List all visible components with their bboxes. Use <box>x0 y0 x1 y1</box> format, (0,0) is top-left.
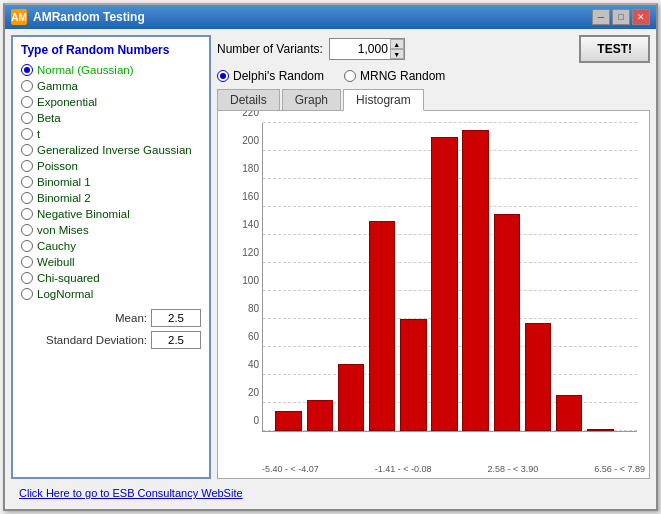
dist-negbinom[interactable]: Negative Binomial <box>21 207 201 221</box>
spin-down-button[interactable]: ▼ <box>390 49 404 59</box>
mean-row: Mean: <box>21 309 201 327</box>
radio-poisson-indicator <box>21 160 33 172</box>
rng-radio-row: Delphi's Random MRNG Random <box>217 69 650 83</box>
y-axis-label: 120 <box>242 247 259 258</box>
top-controls: Number of Variants: ▲ ▼ TEST! <box>217 35 650 63</box>
dist-cauchy[interactable]: Cauchy <box>21 239 201 253</box>
histogram-bar <box>556 395 582 431</box>
x-axis-labels: -5.40 - < -4.07-1.41 - < -0.082.58 - < 3… <box>222 462 645 474</box>
dist-weibull[interactable]: Weibull <box>21 255 201 269</box>
chart-inner: 020406080100120140160180200220 <box>262 123 637 432</box>
minimize-button[interactable]: ─ <box>592 9 610 25</box>
std-label: Standard Deviation: <box>46 334 147 346</box>
rng-mrng-option[interactable]: MRNG Random <box>344 69 445 83</box>
dist-t[interactable]: t <box>21 127 201 141</box>
footer-link[interactable]: Click Here to go to ESB Consultancy WebS… <box>11 483 650 503</box>
y-axis-label: 100 <box>242 275 259 286</box>
radio-binomial2-indicator <box>21 192 33 204</box>
radio-negbinom-indicator <box>21 208 33 220</box>
dist-chisquared[interactable]: Chi-squared <box>21 271 201 285</box>
dist-gig-label: Generalized Inverse Gaussian <box>37 144 192 156</box>
main-window: AM AMRandom Testing ─ □ ✕ Type of Random… <box>3 3 658 511</box>
histogram-bar <box>338 364 364 431</box>
maximize-button[interactable]: □ <box>612 9 630 25</box>
radio-cauchy-indicator <box>21 240 33 252</box>
y-axis-label: 200 <box>242 135 259 146</box>
std-input[interactable] <box>151 331 201 349</box>
dist-poisson[interactable]: Poisson <box>21 159 201 173</box>
tab-graph[interactable]: Graph <box>282 89 341 111</box>
x-axis-label: 6.56 - < 7.89 <box>594 464 645 474</box>
x-axis-label: -1.41 - < -0.08 <box>375 464 432 474</box>
rng-mrng-label: MRNG Random <box>360 69 445 83</box>
radio-beta-indicator <box>21 112 33 124</box>
y-axis-label: 160 <box>242 191 259 202</box>
tab-bar: Details Graph Histogram <box>217 89 650 111</box>
radio-lognormal-indicator <box>21 288 33 300</box>
radio-binomial1-indicator <box>21 176 33 188</box>
mean-input[interactable] <box>151 309 201 327</box>
histogram-area: 020406080100120140160180200220 -5.40 - <… <box>222 115 645 474</box>
tabs-container: Details Graph Histogram 0204060801001201… <box>217 89 650 479</box>
y-axis-label: 60 <box>248 331 259 342</box>
titlebar-title-group: AM AMRandom Testing <box>11 9 145 25</box>
spin-up-button[interactable]: ▲ <box>390 39 404 49</box>
dist-lognormal[interactable]: LogNormal <box>21 287 201 301</box>
dist-normal[interactable]: Normal (Gaussian) <box>21 63 201 77</box>
titlebar: AM AMRandom Testing ─ □ ✕ <box>5 5 656 29</box>
dist-exponential[interactable]: Exponential <box>21 95 201 109</box>
main-content: Type of Random Numbers Normal (Gaussian)… <box>5 29 656 509</box>
dist-cauchy-label: Cauchy <box>37 240 76 252</box>
dist-t-label: t <box>37 128 40 140</box>
test-button[interactable]: TEST! <box>579 35 650 63</box>
radio-chisquared-indicator <box>21 272 33 284</box>
dist-gamma[interactable]: Gamma <box>21 79 201 93</box>
radio-gamma-indicator <box>21 80 33 92</box>
tab-content: 020406080100120140160180200220 -5.40 - <… <box>217 110 650 479</box>
left-panel: Type of Random Numbers Normal (Gaussian)… <box>11 35 211 479</box>
grid-line: 220 <box>263 122 637 123</box>
rng-delphi-option[interactable]: Delphi's Random <box>217 69 324 83</box>
radio-weibull-indicator <box>21 256 33 268</box>
std-row: Standard Deviation: <box>21 331 201 349</box>
tab-details[interactable]: Details <box>217 89 280 111</box>
variants-input[interactable] <box>330 39 390 59</box>
panel-title: Type of Random Numbers <box>21 43 201 57</box>
variants-row: Number of Variants: ▲ ▼ <box>217 38 405 60</box>
y-axis-label: 0 <box>253 415 259 426</box>
y-axis-label: 180 <box>242 163 259 174</box>
tab-histogram[interactable]: Histogram <box>343 89 424 111</box>
histogram-bar <box>275 411 301 431</box>
y-axis-label: 40 <box>248 359 259 370</box>
y-axis-label: 220 <box>242 110 259 118</box>
dist-vonmises[interactable]: von Mises <box>21 223 201 237</box>
dist-exponential-label: Exponential <box>37 96 97 108</box>
dist-binomial1[interactable]: Binomial 1 <box>21 175 201 189</box>
histogram-bar <box>307 400 333 431</box>
histogram-bar <box>369 221 395 431</box>
dist-negbinom-label: Negative Binomial <box>37 208 130 220</box>
radio-exponential-indicator <box>21 96 33 108</box>
close-button[interactable]: ✕ <box>632 9 650 25</box>
y-axis-label: 80 <box>248 303 259 314</box>
dist-chisquared-label: Chi-squared <box>37 272 100 284</box>
mean-label: Mean: <box>115 312 147 324</box>
radio-gig-indicator <box>21 144 33 156</box>
rng-delphi-indicator <box>217 70 229 82</box>
histogram-bar <box>400 319 426 431</box>
histogram-bar <box>525 323 551 431</box>
dist-binomial2[interactable]: Binomial 2 <box>21 191 201 205</box>
rng-delphi-label: Delphi's Random <box>233 69 324 83</box>
dist-vonmises-label: von Mises <box>37 224 89 236</box>
dist-beta[interactable]: Beta <box>21 111 201 125</box>
dist-poisson-label: Poisson <box>37 160 78 172</box>
dist-binomial1-label: Binomial 1 <box>37 176 91 188</box>
y-axis-label: 140 <box>242 219 259 230</box>
dist-lognormal-label: LogNormal <box>37 288 93 300</box>
variants-spinner: ▲ ▼ <box>390 39 404 59</box>
window-title: AMRandom Testing <box>33 10 145 24</box>
variants-input-wrap: ▲ ▼ <box>329 38 405 60</box>
radio-normal-indicator <box>21 64 33 76</box>
rng-mrng-indicator <box>344 70 356 82</box>
dist-gig[interactable]: Generalized Inverse Gaussian <box>21 143 201 157</box>
